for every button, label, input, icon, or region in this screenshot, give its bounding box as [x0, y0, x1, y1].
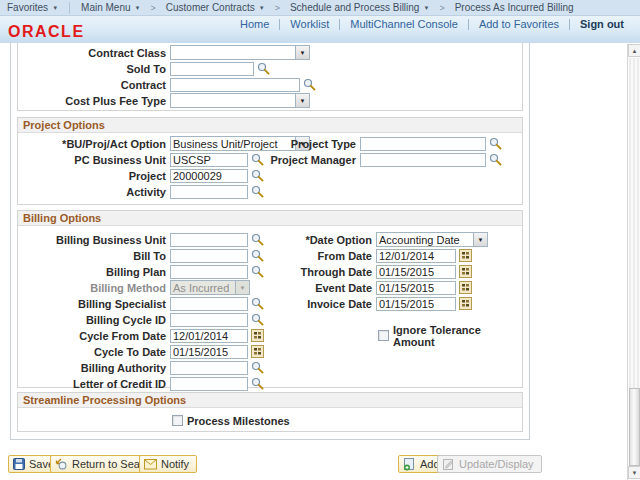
- activity-input[interactable]: [170, 185, 248, 199]
- page-content: Contract Class ▼ Sold To Contract Cost P…: [10, 43, 530, 440]
- lookup-icon[interactable]: [250, 249, 264, 263]
- chevron-down-icon: ▼: [135, 5, 141, 11]
- through-date-input[interactable]: [376, 265, 456, 279]
- contract-input[interactable]: [170, 78, 300, 92]
- calendar-icon[interactable]: [458, 265, 472, 279]
- bill-to-input[interactable]: [170, 249, 248, 263]
- ignore-tolerance-checkbox[interactable]: [378, 330, 389, 341]
- lookup-icon[interactable]: [488, 153, 502, 167]
- update-display-label: Update/Display: [459, 458, 534, 470]
- project-label: Project: [18, 170, 170, 182]
- cycle-to-date-input[interactable]: [170, 345, 248, 359]
- activity-row: Activity: [18, 184, 522, 199]
- main-menu-label: Main Menu: [81, 2, 130, 13]
- ignore-tolerance-row: Ignore Tolerance Amount: [378, 328, 522, 343]
- process-milestones-label: Process Milestones: [187, 415, 290, 427]
- process-milestones-checkbox[interactable]: [172, 415, 183, 426]
- project-manager-input[interactable]: [360, 153, 486, 167]
- calendar-icon[interactable]: [458, 249, 472, 263]
- process-milestones-row: Process Milestones: [18, 413, 522, 428]
- lookup-icon[interactable]: [250, 297, 264, 311]
- lookup-icon[interactable]: [256, 62, 270, 76]
- contract-class-select[interactable]: ▼: [170, 45, 310, 60]
- lookup-icon[interactable]: [302, 78, 316, 92]
- worklist-link[interactable]: Worklist: [280, 18, 339, 30]
- billing-business-unit-label: Billing Business Unit: [18, 234, 170, 246]
- project-row: Project: [18, 168, 522, 183]
- from-date-input[interactable]: [376, 249, 456, 263]
- lookup-icon[interactable]: [250, 153, 264, 167]
- cycle-to-date-row: Cycle To Date: [18, 344, 522, 359]
- scrollbar-track[interactable]: [629, 58, 640, 460]
- breadcrumb-schedule-process-billing[interactable]: Schedule and Process Billing ▼: [283, 0, 436, 16]
- multichannel-console-link[interactable]: MultiChannel Console: [340, 18, 468, 30]
- page-title: Process As Incurred Billing: [455, 2, 574, 13]
- billing-cycle-id-input[interactable]: [170, 313, 248, 327]
- contract-class-value: [171, 46, 295, 59]
- invoice-date-input[interactable]: [376, 297, 456, 311]
- lookup-icon[interactable]: [250, 361, 264, 375]
- divider: [69, 2, 70, 14]
- lookup-icon[interactable]: [250, 265, 264, 279]
- breadcrumb-customer-contracts[interactable]: Customer Contracts ▼: [159, 0, 272, 16]
- sold-to-input[interactable]: [170, 62, 254, 76]
- billing-method-row: Billing Method As Incurred ▼ Event Date: [18, 280, 522, 295]
- billing-authority-label: Billing Authority: [18, 362, 170, 374]
- scroll-up-button[interactable]: ▲: [628, 44, 640, 57]
- calendar-icon[interactable]: [250, 345, 264, 359]
- date-option-select[interactable]: Accounting Date ▼: [376, 232, 488, 247]
- letter-of-credit-label: Letter of Credit ID: [18, 378, 170, 390]
- pc-business-unit-label: PC Business Unit: [18, 154, 170, 166]
- breadcrumb-label: Customer Contracts: [166, 2, 255, 13]
- date-option-label: *Date Option: [282, 234, 376, 246]
- calendar-icon[interactable]: [458, 281, 472, 295]
- project-input[interactable]: [170, 169, 248, 183]
- lookup-icon[interactable]: [250, 185, 264, 199]
- breadcrumb-current-page: Process As Incurred Billing: [448, 0, 581, 16]
- lookup-icon[interactable]: [250, 233, 264, 247]
- lookup-icon[interactable]: [250, 377, 264, 391]
- notify-icon: [144, 459, 157, 470]
- activity-label: Activity: [18, 186, 170, 198]
- contract-class-label: Contract Class: [18, 47, 170, 59]
- bu-proj-act-option-row: *BU/Proj/Act Option Business Unit/Projec…: [18, 136, 522, 151]
- dropdown-arrow-icon[interactable]: ▼: [295, 46, 309, 59]
- add-to-favorites-link[interactable]: Add to Favorites: [469, 18, 569, 30]
- pc-business-unit-input[interactable]: [170, 153, 248, 167]
- dropdown-arrow-icon[interactable]: ▼: [295, 94, 309, 107]
- billing-specialist-input[interactable]: [170, 297, 248, 311]
- billing-business-unit-input[interactable]: [170, 233, 248, 247]
- pc-business-unit-row: PC Business Unit Project Manager: [18, 152, 522, 167]
- scroll-down-button[interactable]: ▼: [628, 466, 640, 479]
- event-date-label: Event Date: [282, 282, 376, 294]
- contract-groupbox: Contract Class ▼ Sold To Contract Cost P…: [17, 43, 523, 111]
- home-link[interactable]: Home: [230, 18, 279, 30]
- favorites-label: Favorites: [7, 2, 48, 13]
- scrollbar-thumb[interactable]: [629, 388, 640, 466]
- breadcrumb-separator: >: [151, 3, 156, 13]
- billing-plan-label: Billing Plan: [18, 266, 170, 278]
- billing-method-select-disabled: As Incurred ▼: [170, 280, 250, 295]
- event-date-input[interactable]: [376, 281, 456, 295]
- lookup-icon[interactable]: [250, 313, 264, 327]
- lookup-icon[interactable]: [488, 137, 502, 151]
- billing-specialist-label: Billing Specialist: [18, 298, 170, 310]
- billing-plan-input[interactable]: [170, 265, 248, 279]
- cycle-from-date-input[interactable]: [170, 329, 248, 343]
- project-type-input[interactable]: [360, 137, 486, 151]
- bill-to-row: Bill To From Date: [18, 248, 522, 263]
- dropdown-arrow-icon[interactable]: ▼: [473, 233, 487, 246]
- notify-button[interactable]: Notify: [139, 455, 197, 473]
- main-menu[interactable]: Main Menu ▼: [74, 0, 147, 16]
- favorites-menu[interactable]: Favorites ▼: [0, 0, 65, 16]
- sign-out-link[interactable]: Sign out: [570, 18, 626, 30]
- cycle-to-date-label: Cycle To Date: [18, 346, 170, 358]
- letter-of-credit-input[interactable]: [170, 377, 248, 391]
- return-to-search-icon: [55, 458, 68, 471]
- calendar-icon[interactable]: [250, 329, 264, 343]
- chevron-down-icon: ▼: [52, 5, 58, 11]
- cost-plus-fee-type-select[interactable]: ▼: [170, 93, 310, 108]
- calendar-icon[interactable]: [458, 297, 472, 311]
- lookup-icon[interactable]: [250, 169, 264, 183]
- billing-authority-input[interactable]: [170, 361, 248, 375]
